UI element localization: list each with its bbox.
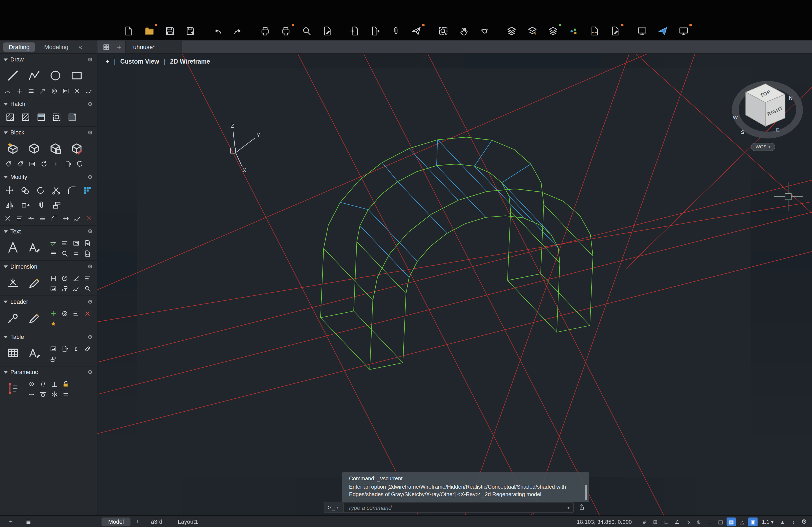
leader-settings-gear-icon[interactable]	[87, 299, 93, 305]
command-scrollbar[interactable]	[585, 485, 587, 500]
circle-tool[interactable]	[45, 66, 65, 85]
new-layer-tool[interactable]	[547, 25, 560, 37]
polyline-tool[interactable]	[24, 66, 44, 85]
modify-settings-gear-icon[interactable]	[87, 174, 93, 180]
edit-text-tool[interactable]	[25, 238, 45, 257]
hatch-settings-gear-icon[interactable]	[87, 101, 93, 107]
draw-settings-gear-icon[interactable]	[87, 56, 93, 62]
send-feedback-tool[interactable]	[656, 25, 669, 37]
view-list-icon[interactable]: ≣	[24, 517, 33, 526]
break-tool[interactable]	[26, 213, 36, 223]
orbit-tool[interactable]	[478, 25, 491, 37]
dynamic-input-toggle[interactable]: ▣	[748, 517, 758, 526]
text-settings-gear-icon[interactable]	[87, 228, 93, 234]
object-snap-tracking-toggle[interactable]: ⊕	[694, 517, 704, 526]
settings-icon[interactable]	[800, 517, 809, 526]
hatch-tool[interactable]	[3, 110, 17, 124]
align-leaders-tool[interactable]	[70, 308, 81, 318]
snap-mode-toggle[interactable]: ⊞	[651, 517, 660, 526]
zoom-window-tool[interactable]	[437, 25, 450, 37]
object-snap-toggle[interactable]: ◇	[683, 517, 693, 526]
jogged-dimension-tool[interactable]	[70, 284, 81, 293]
manage-attributes-tool[interactable]	[26, 159, 37, 169]
baseline-dimension-tool[interactable]	[82, 273, 93, 283]
rectangle-tool[interactable]	[66, 66, 86, 85]
import-tool[interactable]	[347, 25, 361, 37]
align-tool[interactable]	[14, 213, 25, 223]
group-tool[interactable]	[33, 198, 48, 212]
grid-display-toggle[interactable]: #	[640, 517, 649, 526]
caret-down-icon[interactable]	[3, 176, 8, 178]
sync-attributes-tool[interactable]	[39, 159, 49, 169]
explode-tool[interactable]	[3, 213, 13, 223]
caret-down-icon[interactable]	[3, 371, 8, 374]
layer-states-tool[interactable]	[525, 25, 539, 37]
document-tab-uhouse[interactable]: uhouse*	[126, 40, 182, 53]
plot-tool[interactable]	[279, 25, 292, 37]
polar-tracking-toggle[interactable]: ∠	[672, 517, 682, 526]
pan-tool[interactable]	[457, 25, 471, 37]
caret-down-icon[interactable]	[3, 58, 8, 61]
collapse-sidebar-button[interactable]: «	[76, 42, 85, 51]
export-tool[interactable]	[368, 25, 381, 37]
donut-tool[interactable]	[49, 86, 59, 96]
text-align-tool[interactable]	[59, 238, 70, 248]
new-layout-button[interactable]: +	[133, 517, 142, 526]
caret-down-icon[interactable]	[3, 336, 8, 338]
lengthen-tool[interactable]	[60, 213, 71, 223]
caret-down-icon[interactable]	[3, 230, 8, 232]
smart-dimension-tool[interactable]	[3, 273, 23, 292]
edit-attribute-tool[interactable]	[14, 159, 25, 169]
viewcube-east[interactable]: E	[776, 127, 780, 133]
plot-styles-tool[interactable]	[608, 25, 622, 37]
command-input[interactable]	[344, 504, 567, 510]
point-tool[interactable]	[14, 86, 25, 96]
equal-constraint-tool[interactable]	[60, 389, 71, 399]
fillet-tool[interactable]	[64, 183, 79, 197]
boundary-tool[interactable]	[49, 110, 64, 124]
replace-block-tool[interactable]	[74, 159, 85, 169]
ortho-mode-toggle[interactable]: ∟	[661, 517, 671, 526]
insert-block-tool[interactable]	[3, 139, 23, 158]
array-tool[interactable]	[80, 183, 94, 197]
undo-tool[interactable]	[211, 25, 224, 37]
print-tool[interactable]	[258, 25, 272, 37]
data-link-tool[interactable]	[82, 344, 93, 353]
trim-tool[interactable]	[49, 183, 63, 197]
viewcube-west[interactable]: W	[733, 115, 738, 120]
insert-field-tool[interactable]	[70, 238, 81, 248]
remove-leader-tool[interactable]	[82, 308, 93, 318]
open-tool[interactable]	[142, 25, 156, 37]
set-base-point-tool[interactable]	[50, 159, 61, 169]
page-setup-tool[interactable]	[321, 25, 334, 37]
leader-style-tool[interactable]	[47, 319, 58, 329]
rotate-tool[interactable]	[33, 183, 48, 197]
layout-tab-layout1[interactable]: Layout1	[171, 517, 205, 526]
angular-dimension-tool[interactable]	[70, 273, 81, 283]
save-tool[interactable]	[163, 25, 176, 37]
edit-dimension-tool[interactable]	[25, 273, 45, 292]
3d-object-snap-toggle[interactable]: △	[738, 517, 747, 526]
print-preview-tool[interactable]	[300, 25, 313, 37]
divide-tool[interactable]	[72, 86, 83, 96]
viewcube-north[interactable]: N	[789, 95, 793, 101]
caret-down-icon[interactable]	[3, 131, 8, 134]
perpendicular-constraint-tool[interactable]	[48, 379, 59, 389]
wipeout-tool[interactable]	[65, 110, 79, 124]
lineweight-display-toggle[interactable]: ≡	[705, 517, 714, 526]
redo-tool[interactable]	[231, 25, 245, 37]
chamfer-tool[interactable]	[49, 213, 59, 223]
formula-tool[interactable]: Σ	[70, 344, 81, 353]
tab-modeling[interactable]: Modeling	[39, 42, 74, 51]
command-share-icon[interactable]	[578, 503, 586, 513]
viewport-menu-button[interactable]: +	[105, 58, 109, 65]
export-pdf-text-tool[interactable]: PDF	[82, 249, 93, 258]
dimension-inspect-tool[interactable]	[82, 284, 93, 293]
join-tool[interactable]	[37, 213, 48, 223]
viewcube-cube[interactable]: TOP RIGHT	[746, 84, 785, 126]
linear-dimension-tool[interactable]	[47, 273, 58, 283]
scale-text-tool[interactable]	[70, 249, 81, 258]
offset-tool[interactable]	[49, 198, 64, 212]
arc-tool[interactable]	[3, 86, 13, 96]
edit-leader-tool[interactable]	[25, 308, 45, 327]
